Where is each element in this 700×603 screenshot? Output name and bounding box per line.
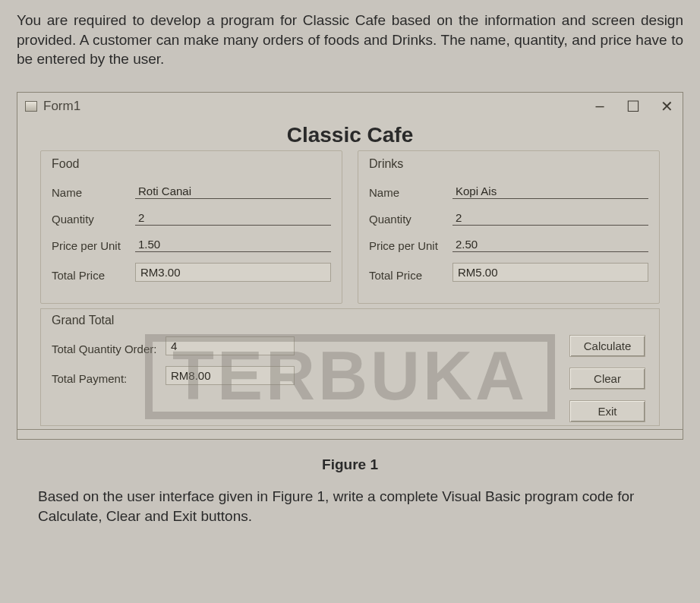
minimize-button[interactable]: – bbox=[591, 97, 608, 115]
clear-button[interactable]: Clear bbox=[569, 368, 645, 390]
grand-qty-output bbox=[166, 336, 295, 355]
grand-total-group: Grand Total Total Quantity Order: Total … bbox=[40, 308, 660, 426]
drinks-group: Drinks Name Quantity Price per Unit Tota… bbox=[358, 150, 660, 304]
close-button[interactable]: ✕ bbox=[658, 97, 675, 115]
food-qty-input[interactable] bbox=[135, 210, 331, 226]
food-name-input[interactable] bbox=[135, 183, 331, 199]
food-name-label: Name bbox=[52, 186, 135, 199]
food-total-label: Total Price bbox=[52, 269, 135, 282]
drinks-qty-label: Quantity bbox=[369, 213, 452, 226]
window-title: Form1 bbox=[43, 99, 80, 114]
food-group: Food Name Quantity Price per Unit Total … bbox=[40, 150, 342, 304]
food-ppu-label: Price per Unit bbox=[52, 239, 135, 252]
window-icon bbox=[25, 101, 37, 112]
form-window: Form1 – ☐ ✕ Classic Cafe Food Name Quant… bbox=[17, 92, 683, 440]
instruction-top: You are required to develop a program fo… bbox=[17, 11, 683, 69]
grand-legend: Grand Total bbox=[52, 314, 114, 327]
drinks-total-label: Total Price bbox=[369, 269, 452, 282]
titlebar: Form1 – ☐ ✕ bbox=[17, 93, 683, 118]
figure-caption: Figure 1 bbox=[17, 456, 683, 473]
drinks-total-output bbox=[452, 263, 648, 282]
maximize-button[interactable]: ☐ bbox=[625, 97, 642, 115]
food-ppu-input[interactable] bbox=[135, 236, 331, 252]
food-total-output bbox=[135, 263, 331, 282]
grand-qty-label: Total Quantity Order: bbox=[52, 343, 166, 355]
drinks-legend: Drinks bbox=[369, 157, 403, 171]
separator bbox=[17, 429, 683, 430]
drinks-name-input[interactable] bbox=[452, 183, 648, 199]
drinks-ppu-input[interactable] bbox=[452, 236, 648, 252]
app-title: Classic Cafe bbox=[17, 123, 683, 147]
calculate-button[interactable]: Calculate bbox=[569, 335, 645, 357]
food-legend: Food bbox=[52, 157, 79, 171]
grand-pay-output bbox=[166, 366, 295, 385]
instruction-bottom: Based on the user interface given in Fig… bbox=[17, 487, 683, 526]
food-qty-label: Quantity bbox=[52, 213, 135, 226]
drinks-ppu-label: Price per Unit bbox=[369, 239, 452, 252]
grand-pay-label: Total Payment: bbox=[52, 372, 166, 385]
drinks-name-label: Name bbox=[369, 186, 452, 199]
exit-button[interactable]: Exit bbox=[569, 400, 645, 422]
drinks-qty-input[interactable] bbox=[452, 210, 648, 226]
